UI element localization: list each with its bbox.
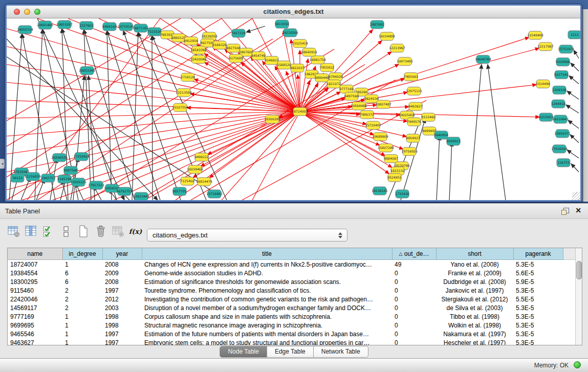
graph-node[interactable]: 9890448: [315, 74, 329, 82]
graph-node[interactable]: 39153: [11, 174, 24, 182]
graph-node[interactable]: 9524851: [387, 173, 402, 182]
graph-node[interactable]: 19218506: [282, 29, 298, 37]
graph-node[interactable]: 9115460: [421, 113, 435, 121]
select-columns-icon[interactable]: [42, 225, 55, 238]
graph-node[interactable]: 18724007: [292, 107, 308, 116]
graph-node[interactable]: 116753: [557, 159, 570, 167]
graph-node[interactable]: 11156839: [25, 172, 41, 181]
graph-node[interactable]: 15807249: [378, 144, 394, 152]
graph-node[interactable]: 19756928: [401, 147, 418, 156]
zoom-window-button[interactable]: [34, 9, 40, 15]
graph-node[interactable]: 2718126: [181, 73, 195, 81]
graph-node[interactable]: 6497568: [344, 92, 359, 100]
function-builder-icon[interactable]: f(x): [129, 225, 142, 238]
graph-node[interactable]: 24055724: [17, 26, 33, 34]
close-panel-icon[interactable]: [575, 206, 581, 214]
table-row[interactable]: 1830029562008Estimation of significance …: [8, 277, 576, 286]
graph-node[interactable]: 11548408: [527, 31, 543, 39]
table-row[interactable]: 969969511998Structural magnetic resonanc…: [8, 321, 576, 330]
graph-node[interactable]: 18640910: [301, 48, 317, 56]
graph-node[interactable]: 12923448: [133, 192, 149, 200]
graph-node[interactable]: 1211: [568, 31, 580, 39]
graph-node[interactable]: 8912954: [184, 37, 198, 45]
graph-node[interactable]: 14136141: [372, 187, 388, 195]
collapse-panel-arrow[interactable]: [0, 159, 5, 169]
graph-node[interactable]: 16543392: [190, 46, 207, 54]
graph-node[interactable]: 7857224: [231, 29, 246, 37]
graph-node[interactable]: 9498222: [194, 153, 209, 161]
graph-node[interactable]: 3624534: [364, 95, 379, 103]
table-row[interactable]: 946554611997Estimation of the future num…: [8, 330, 576, 338]
graph-node[interactable]: 8454749: [251, 52, 266, 60]
column-header-title[interactable]: title: [142, 248, 392, 260]
table-row[interactable]: 977716911998Corpus callosum shape and si…: [8, 312, 576, 321]
graph-node[interactable]: 17359924: [73, 152, 90, 161]
graph-node[interactable]: 8813054: [275, 20, 289, 28]
graph-node[interactable]: 12213589: [176, 89, 192, 97]
graph-node[interactable]: 9463627: [408, 102, 423, 111]
graph-node[interactable]: 12213967: [389, 44, 405, 52]
graph-node[interactable]: 9227342: [554, 71, 569, 79]
tab-network-table[interactable]: Network Table: [314, 346, 368, 358]
graph-node[interactable]: 8215953: [539, 113, 553, 121]
table-scrollbar[interactable]: [575, 248, 582, 345]
graph-node[interactable]: 1244418: [551, 100, 565, 108]
graph-node[interactable]: 12217987: [537, 42, 554, 51]
graph-node[interactable]: 1588520: [277, 61, 291, 69]
graph-node[interactable]: 17957223: [88, 181, 104, 189]
graph-node[interactable]: 2887682: [370, 20, 384, 29]
graph-node[interactable]: 7986372: [360, 111, 374, 119]
graph-node[interactable]: 1527602: [79, 21, 94, 30]
graph-node[interactable]: 7125402: [180, 177, 194, 185]
citation-network-graph[interactable]: 2405572420691406106532871527602646616210…: [7, 18, 580, 200]
row-height-icon[interactable]: [59, 225, 72, 238]
graph-node[interactable]: 7955812: [320, 63, 334, 72]
graph-node[interactable]: 20206526: [51, 154, 68, 162]
close-window-button[interactable]: [14, 9, 20, 15]
graph-node[interactable]: 9884067: [384, 155, 398, 163]
graph-node[interactable]: 1514490: [536, 80, 550, 88]
table-mode-icon[interactable]: [7, 225, 20, 238]
tab-node-table[interactable]: Node Table: [220, 346, 267, 358]
graph-node[interactable]: 10653287: [56, 20, 73, 29]
graph-node[interactable]: 1209338: [552, 86, 567, 94]
graph-node[interactable]: 9097588: [63, 166, 78, 174]
graph-node[interactable]: 7515526: [147, 28, 162, 36]
graph-node[interactable]: 3175685: [229, 54, 243, 62]
graph-node[interactable]: 1621072: [326, 80, 341, 88]
graph-node[interactable]: 9854923: [406, 134, 420, 142]
graph-node[interactable]: 7949576: [407, 118, 421, 126]
create-table-icon[interactable]: [77, 225, 90, 238]
graph-node[interactable]: 13325419: [292, 39, 308, 48]
window-titlebar[interactable]: citations_edges.txt: [7, 6, 580, 18]
graph-node[interactable]: 1145194: [57, 175, 72, 183]
graph-node[interactable]: 13505125: [70, 178, 86, 186]
window-resize-grip[interactable]: [572, 192, 580, 200]
graph-node[interactable]: 17016504: [551, 145, 568, 153]
network-canvas[interactable]: 2405572420691406106532871527602646616210…: [7, 18, 580, 200]
graph-node[interactable]: 18300295: [264, 115, 280, 123]
graph-node[interactable]: 9822037: [290, 64, 304, 72]
graph-node[interactable]: 15692071: [554, 129, 571, 138]
graph-node[interactable]: 15751074: [558, 45, 574, 53]
graph-node[interactable]: 1942757: [41, 174, 55, 182]
show-columns-icon[interactable]: [25, 225, 37, 238]
column-header-in_degree[interactable]: in_degree: [62, 248, 102, 260]
graph-node[interactable]: 16154808: [379, 32, 395, 40]
graph-node[interactable]: 20053346: [79, 67, 95, 75]
graph-node[interactable]: 20564486: [351, 102, 367, 110]
graph-node[interactable]: 10973493: [397, 57, 413, 65]
column-header-out_de[interactable]: △ out_de…: [392, 248, 436, 260]
table-row[interactable]: 1872400712008Changes of HCN gene express…: [8, 260, 576, 269]
graph-node[interactable]: 16671355: [133, 24, 149, 32]
graph-node[interactable]: 8186328: [212, 41, 227, 49]
graph-node[interactable]: 16648784: [475, 55, 491, 63]
table-row[interactable]: 946362711997Embryonic stem cells: a mode…: [8, 338, 576, 345]
column-header-short[interactable]: short: [436, 248, 513, 260]
graph-node[interactable]: 15107554: [172, 103, 188, 112]
delete-entries-icon[interactable]: [94, 225, 107, 238]
graph-node[interactable]: 9938923: [446, 137, 461, 145]
table-row[interactable]: 911546021997Tourette syndrome. Phenomeno…: [8, 286, 576, 295]
graph-node[interactable]: 12975115: [406, 87, 422, 95]
graph-node[interactable]: 16961758: [310, 56, 326, 64]
